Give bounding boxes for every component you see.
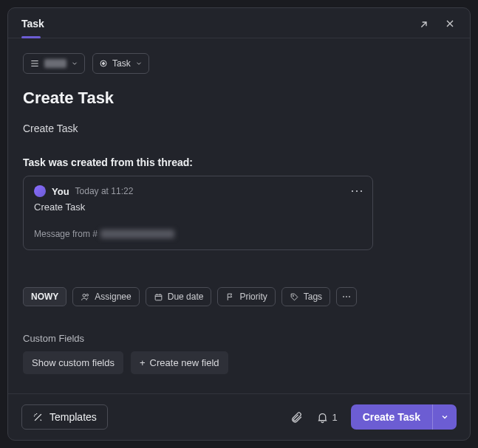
avatar <box>34 185 46 197</box>
meta-row: NOWY Assignee Due date Priority Tags ⋯ <box>23 287 455 306</box>
attachment-button[interactable] <box>290 411 303 424</box>
svg-rect-4 <box>155 294 162 300</box>
templates-button[interactable]: Templates <box>21 404 108 430</box>
show-custom-fields-button[interactable]: Show custom fields <box>23 351 123 374</box>
tags-button[interactable]: Tags <box>281 287 330 306</box>
tags-label: Tags <box>304 292 322 302</box>
tag-icon <box>290 292 299 302</box>
list-name-redacted <box>44 59 66 68</box>
header-actions <box>418 17 457 30</box>
thread-source: Message from # <box>34 229 362 239</box>
custom-fields-row: Show custom fields + Create new field <box>23 351 455 374</box>
close-icon[interactable] <box>443 17 457 30</box>
calendar-icon <box>154 292 163 302</box>
chevron-down-icon <box>71 60 78 67</box>
templates-label: Templates <box>49 411 97 423</box>
create-field-label: Create new field <box>150 357 219 368</box>
assignee-button[interactable]: Assignee <box>72 287 139 306</box>
ellipsis-icon: ⋯ <box>342 292 351 302</box>
create-task-dropdown[interactable] <box>432 404 457 430</box>
toolbar: Task <box>23 53 455 74</box>
thread-body: Create Task <box>34 201 362 213</box>
chevron-down-icon <box>135 60 143 67</box>
create-new-field-button[interactable]: + Create new field <box>131 351 228 374</box>
more-meta-button[interactable]: ⋯ <box>336 287 357 306</box>
record-icon <box>99 59 108 68</box>
thread-channel-redacted <box>100 230 174 238</box>
svg-point-2 <box>83 294 86 297</box>
create-task-group: Create Task <box>351 404 457 430</box>
wand-icon <box>33 412 44 423</box>
dialog-title: Task <box>21 18 44 30</box>
task-description[interactable]: Create Task <box>23 123 455 134</box>
notification-button[interactable]: 1 <box>316 411 337 424</box>
thread-header: You Today at 11:22 <box>34 185 362 197</box>
minimize-icon[interactable] <box>418 17 431 30</box>
custom-fields-label: Custom Fields <box>23 333 455 344</box>
flag-icon <box>225 292 235 302</box>
task-dialog: Task Task Create Task Create Task <box>7 7 471 441</box>
thread-more-icon[interactable]: ⋯ <box>350 184 363 197</box>
chevron-down-icon <box>440 413 449 421</box>
svg-point-5 <box>293 295 293 296</box>
plus-icon: + <box>140 357 146 368</box>
dialog-header: Task <box>8 8 470 38</box>
list-selector[interactable] <box>23 53 85 74</box>
thread-author: You <box>52 186 69 197</box>
thread-section-label: Task was created from this thread: <box>23 156 455 168</box>
priority-label: Priority <box>239 292 267 302</box>
paperclip-icon <box>290 411 303 424</box>
status-badge[interactable]: NOWY <box>23 287 66 306</box>
type-selector[interactable]: Task <box>92 53 149 74</box>
list-icon <box>30 58 40 69</box>
thread-card: ⋯ You Today at 11:22 Create Task Message… <box>23 176 373 250</box>
create-task-button[interactable]: Create Task <box>351 404 432 430</box>
svg-point-1 <box>103 63 105 65</box>
thread-timestamp: Today at 11:22 <box>75 186 134 196</box>
task-title[interactable]: Create Task <box>23 89 455 108</box>
notification-count: 1 <box>332 412 337 423</box>
assignee-label: Assignee <box>95 292 131 302</box>
duedate-label: Due date <box>168 292 204 302</box>
duedate-button[interactable]: Due date <box>146 287 212 306</box>
type-label: Task <box>112 58 131 69</box>
dialog-footer: Templates 1 Create Task <box>8 393 470 440</box>
assignee-icon <box>81 292 90 302</box>
svg-point-3 <box>86 294 89 296</box>
priority-button[interactable]: Priority <box>217 287 275 306</box>
thread-source-prefix: Message from # <box>34 229 98 239</box>
dialog-body: Task Create Task Create Task Task was cr… <box>8 38 470 393</box>
bell-icon <box>316 411 329 424</box>
